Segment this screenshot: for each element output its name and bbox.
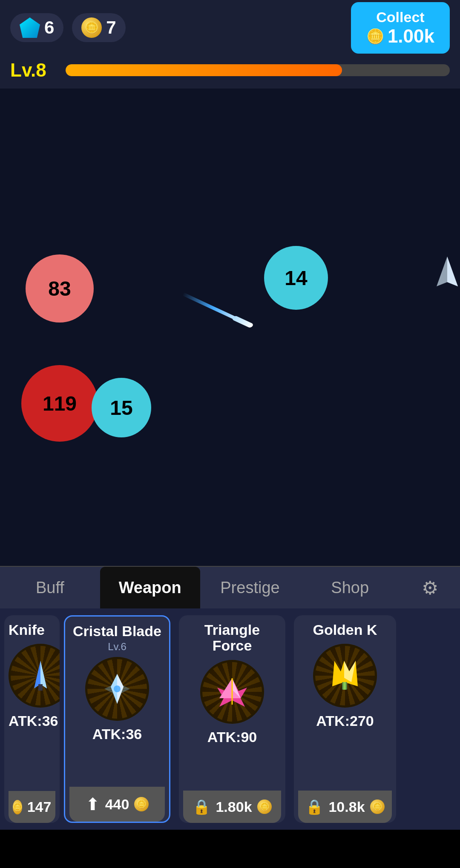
collect-button[interactable]: Collect 🪙 1.00k	[351, 2, 450, 54]
diamond-badge: 6	[10, 13, 63, 42]
svg-rect-4	[38, 684, 43, 691]
tab-weapon[interactable]: Weapon	[100, 567, 200, 608]
xp-bar-background	[66, 64, 450, 76]
tab-settings[interactable]: ⚙	[400, 567, 460, 608]
coin-icon-small-4: 🪙	[370, 799, 385, 814]
svg-point-8	[114, 685, 121, 692]
level-label: Lv.8	[10, 60, 57, 81]
lock-icon-2: 🔒	[305, 798, 323, 815]
game-area: 83 119 15 14	[0, 89, 460, 566]
projectile	[180, 288, 263, 336]
enemy-14-value: 14	[285, 266, 307, 290]
weapon-card-knife-partial[interactable]: Knife ATK:36 🪙 147	[4, 615, 60, 823]
level-bar-row: Lv.8	[0, 55, 460, 89]
enemy-119-value: 119	[43, 392, 77, 415]
coin-icon-small-2: 🪙	[134, 797, 149, 811]
tab-shop[interactable]: Shop	[300, 567, 400, 608]
weapon-cristal-blade-atk: ATK:36	[92, 726, 142, 742]
coin-icon-small: 🪙	[13, 800, 22, 814]
collect-label: Collect	[376, 9, 424, 26]
weapon-card-golden-k[interactable]: Golden K ATK:270 🔒 10.8k 🪙	[294, 615, 396, 823]
weapon-golden-k-name: Golden K	[313, 622, 377, 638]
weapon-triangle-force-action[interactable]: 🔒 1.80k 🪙	[183, 791, 281, 823]
weapon-golden-k-action[interactable]: 🔒 10.8k 🪙	[298, 791, 392, 823]
weapon-knife-image	[9, 644, 60, 708]
upgrade-arrow-icon: ⬆	[86, 794, 100, 814]
weapon-golden-k-cost: 10.8k	[328, 799, 365, 815]
enemy-circle-15: 15	[92, 378, 151, 437]
enemy-15-value: 15	[110, 396, 132, 420]
settings-icon: ⚙	[422, 577, 438, 599]
svg-marker-1	[447, 257, 458, 286]
coin-icon-small-3: 🪙	[257, 799, 272, 814]
bottom-area	[0, 830, 460, 868]
enemy-circle-14: 14	[264, 246, 328, 310]
weapon-card-triangle-force[interactable]: Triangle Force ATK:90 🔒 1.80k 🪙	[179, 615, 285, 823]
weapon-card-cristal-blade[interactable]: Cristal Blade Lv.6 ATK:36 ⬆ 440 🪙	[64, 615, 170, 823]
xp-bar-fill	[66, 64, 342, 76]
weapon-golden-k-atk: ATK:270	[316, 713, 374, 729]
tab-prestige[interactable]: Prestige	[200, 567, 300, 608]
diamond-count: 6	[44, 17, 54, 38]
weapon-cristal-blade-action[interactable]: ⬆ 440 🪙	[69, 787, 165, 822]
weapon-knife-atk: ATK:36	[9, 713, 58, 729]
edge-knife-icon	[434, 257, 460, 291]
enemy-circle-83: 83	[26, 254, 94, 323]
currency-row: 6 🪙 7	[10, 13, 126, 42]
enemy-83-value: 83	[48, 277, 71, 300]
weapon-cristal-blade-name: Cristal Blade	[73, 623, 161, 639]
weapon-cristal-blade-level: Lv.6	[108, 641, 126, 653]
weapon-cristal-blade-cost: 440	[105, 796, 129, 813]
weapons-panel: Knife ATK:36 🪙 147 Cristal Blade Lv.6	[0, 608, 460, 830]
top-bar: 6 🪙 7 Collect 🪙 1.00k	[0, 0, 460, 55]
weapon-triangle-force-cost: 1.80k	[216, 799, 252, 815]
weapon-triangle-force-image	[200, 660, 264, 724]
weapon-cristal-blade-image	[85, 657, 149, 721]
projectile-tip	[231, 315, 254, 328]
weapon-triangle-force-atk: ATK:90	[207, 729, 257, 745]
weapon-knife-name: Knife	[9, 622, 45, 638]
coin-badge: 🪙 7	[72, 13, 125, 42]
coin-count: 7	[106, 17, 116, 38]
enemy-circle-119: 119	[21, 365, 98, 442]
collect-amount: 🪙 1.00k	[366, 26, 434, 47]
svg-rect-16	[343, 682, 346, 690]
tabs-bar: Buff Weapon Prestige Shop ⚙	[0, 566, 460, 608]
tab-buff[interactable]: Buff	[0, 567, 100, 608]
lock-icon: 🔒	[193, 798, 210, 815]
weapon-golden-k-image	[313, 644, 377, 708]
coin-icon: 🪙	[81, 17, 102, 38]
diamond-icon	[20, 17, 40, 38]
weapon-knife-cost: 147	[27, 799, 52, 815]
weapon-triangle-force-name: Triangle Force	[183, 622, 281, 654]
svg-marker-10	[219, 678, 241, 698]
weapon-knife-action[interactable]: 🪙 147	[9, 791, 55, 823]
